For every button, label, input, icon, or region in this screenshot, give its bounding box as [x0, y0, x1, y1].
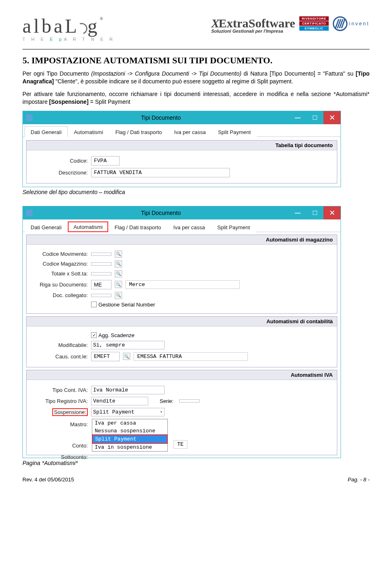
- tab-iva-per-cassa[interactable]: Iva per cassa: [168, 126, 212, 137]
- tab-automatismi[interactable]: Automatismi: [68, 126, 109, 137]
- logo-text-suffix: g: [87, 15, 100, 37]
- codice-movimento-input[interactable]: [91, 253, 111, 256]
- totale-sottta-label: Totale x Sott.ta:: [31, 271, 88, 277]
- section-title: 5. IMPOSTAZIONE AUTOMATISMI SUI TIPI DOC…: [22, 55, 370, 66]
- sospensione-dropdown[interactable]: Split Payment▾: [91, 408, 165, 416]
- page-footer: Rev. 4 del 05/06/2015 Pag. - 8 -: [22, 476, 370, 483]
- tipo-cont-iva-label: Tipo Cont. IVA:: [31, 387, 88, 393]
- extrasoftware-logo: XExtraSoftware Soluzioni Gestionali per …: [211, 16, 295, 34]
- logo-tagline: T H E E pA R T N E R: [22, 37, 115, 42]
- doc-collegato-input[interactable]: [91, 294, 111, 297]
- lookup-icon[interactable]: 🔍: [123, 353, 130, 360]
- hp-invent-text: invent: [349, 21, 370, 27]
- sospensione-label-highlighted: Sospensione:: [52, 408, 88, 416]
- tabs-row-2: Dati Generali Automatismi Flag / Dati tr…: [23, 219, 341, 232]
- badge-symbolic: SYMBOLIC: [299, 26, 329, 31]
- codice-movimento-label: Codice Movimento:: [31, 251, 88, 257]
- minimize-button[interactable]: —: [289, 206, 306, 219]
- lookup-icon[interactable]: 🔍: [115, 251, 122, 258]
- codice-label: Codice:: [31, 158, 88, 164]
- window-title: Tipi Documento: [33, 114, 289, 121]
- tab-flag-dati-trasporto[interactable]: Flag / Dati trasporto: [109, 126, 168, 137]
- maximize-button[interactable]: ☐: [306, 111, 323, 124]
- caption-1: Selezione del tipo documento – modifica: [22, 189, 370, 195]
- tab-dati-generali[interactable]: Dati Generali: [24, 126, 68, 137]
- hp-logo: invent: [333, 16, 370, 31]
- header-divider: [22, 49, 370, 50]
- certification-badges: RIVENDITORE CERTIFICATO SYMBOLIC: [299, 16, 329, 31]
- codice-magazzino-input[interactable]: [91, 262, 111, 266]
- close-button[interactable]: ✕: [323, 206, 341, 219]
- titlebar: Tipi Documento — ☐ ✕: [23, 111, 341, 124]
- group-header-contabilita: Automatismi di contabilità: [27, 317, 337, 327]
- tab-split-payment[interactable]: Split Payment: [211, 221, 256, 232]
- tab-split-payment[interactable]: Split Payment: [212, 126, 257, 137]
- totale-sottta-input[interactable]: [91, 272, 111, 275]
- serie-input[interactable]: [179, 399, 200, 403]
- tab-dati-generali[interactable]: Dati Generali: [24, 221, 68, 232]
- lookup-icon[interactable]: 🔍: [115, 270, 122, 277]
- sottoconto-label: Sottoconto:: [31, 454, 88, 460]
- modificabile-label: Modificabile:: [31, 342, 88, 348]
- close-button[interactable]: ✕: [323, 111, 341, 124]
- paragraph-2: Per attivare tale funzionamento, occorre…: [22, 90, 370, 106]
- checkbox-agg-scadenze[interactable]: ✓ Agg. Scadenze: [91, 332, 134, 338]
- tipo-registro-iva-label: Tipo Registro IVA:: [31, 398, 88, 404]
- conto-label: Conto:: [31, 443, 88, 449]
- minimize-button[interactable]: —: [289, 111, 306, 124]
- option-nessuna-sospensione[interactable]: Nessuna sospensione: [92, 427, 167, 435]
- group-header-iva: Automatismi IVA: [27, 370, 337, 380]
- window-tipi-documento-2: Tipi Documento — ☐ ✕ Dati Generali Autom…: [22, 206, 341, 458]
- descrizione-label: Descrizione:: [31, 170, 88, 176]
- lookup-icon[interactable]: 🔍: [115, 260, 122, 268]
- option-iva-in-sospensione[interactable]: Iva in sospensione: [92, 443, 167, 451]
- checkbox-serial-number[interactable]: Gestione Serial Number: [91, 302, 155, 308]
- tipo-registro-iva-dropdown[interactable]: Vendite: [91, 397, 148, 405]
- caus-contle-label: Caus. cont.le:: [31, 353, 88, 360]
- caus-contle-input[interactable]: EMEFT: [91, 352, 120, 361]
- window-title-2: Tipi Documento: [33, 210, 289, 216]
- checkbox-agg-label: Agg. Scadenze: [98, 332, 134, 338]
- page-number: Pag. - 8 -: [348, 476, 370, 483]
- caus-desc-display: EMESSA FATTURA: [134, 352, 248, 361]
- badge-certificato: CERTIFICATO: [299, 21, 329, 26]
- tab-automatismi-active[interactable]: Automatismi: [68, 221, 109, 232]
- app-icon: [26, 114, 33, 121]
- maximize-button[interactable]: ☐: [306, 206, 323, 219]
- badge-rivenditore: RIVENDITORE: [299, 16, 329, 21]
- codice-input[interactable]: FVPA: [91, 156, 120, 166]
- riga-su-documento-input[interactable]: ME: [91, 280, 111, 289]
- option-split-payment-selected[interactable]: Split Payment: [92, 434, 168, 444]
- tipo-cont-iva-dropdown[interactable]: Iva Normale: [91, 386, 165, 394]
- titlebar-2: Tipi Documento — ☐ ✕: [23, 206, 341, 219]
- group-automatismi-contabilita: Automatismi di contabilità ✓ Agg. Scaden…: [26, 316, 337, 367]
- sospensione-options-list[interactable]: Iva per cassa Nessuna sospensione Split …: [92, 419, 168, 452]
- panel-header: Tabella tipi documento: [27, 141, 337, 150]
- page-header: albaLg® T H E E pA R T N E R XExtraSoftw…: [22, 16, 370, 42]
- tab-iva-per-cassa[interactable]: Iva per cassa: [167, 221, 211, 232]
- revision-text: Rev. 4 del 05/06/2015: [22, 476, 74, 483]
- tabs-row: Dati Generali Automatismi Flag / Dati tr…: [23, 124, 341, 137]
- registered-mark: ®: [100, 16, 105, 21]
- mastro-label: Mastro:: [31, 421, 88, 427]
- lookup-icon[interactable]: 🔍: [115, 281, 122, 288]
- codice-magazzino-label: Codice Magazzino:: [31, 261, 88, 267]
- partner-logos: XExtraSoftware Soluzioni Gestionali per …: [211, 16, 370, 34]
- panel-tabella-tipi: Tabella tipi documento Codice: FVPA Desc…: [26, 140, 337, 183]
- caption-2: Pagina *Automatismi*: [22, 460, 370, 466]
- tab-flag-dati-trasporto[interactable]: Flag / Dati trasporto: [108, 221, 167, 232]
- checkbox-icon-checked[interactable]: ✓: [91, 332, 97, 338]
- option-iva-per-cassa[interactable]: Iva per cassa: [92, 419, 167, 427]
- checkbox-icon[interactable]: [91, 302, 97, 307]
- lookup-icon[interactable]: 🔍: [115, 292, 122, 299]
- doc-collegato-label: Doc. collegato:: [31, 292, 88, 298]
- modificabile-dropdown[interactable]: Si, sempre: [91, 341, 165, 349]
- riga-desc-display: Merce: [125, 280, 240, 289]
- checkbox-serial-label: Gestione Serial Number: [98, 302, 155, 308]
- albalog-logo: albaLg® T H E E pA R T N E R: [22, 16, 115, 42]
- group-header-magazzino: Automatismi di magazzino: [27, 235, 337, 245]
- descrizione-input[interactable]: FATTURA VENDITA: [91, 168, 230, 177]
- window-tipi-documento-1: Tipi Documento — ☐ ✕ Dati Generali Autom…: [22, 111, 341, 187]
- hp-circle-icon: [333, 16, 347, 31]
- group-automatismi-iva: Automatismi IVA Tipo Cont. IVA: Iva Norm…: [26, 370, 337, 455]
